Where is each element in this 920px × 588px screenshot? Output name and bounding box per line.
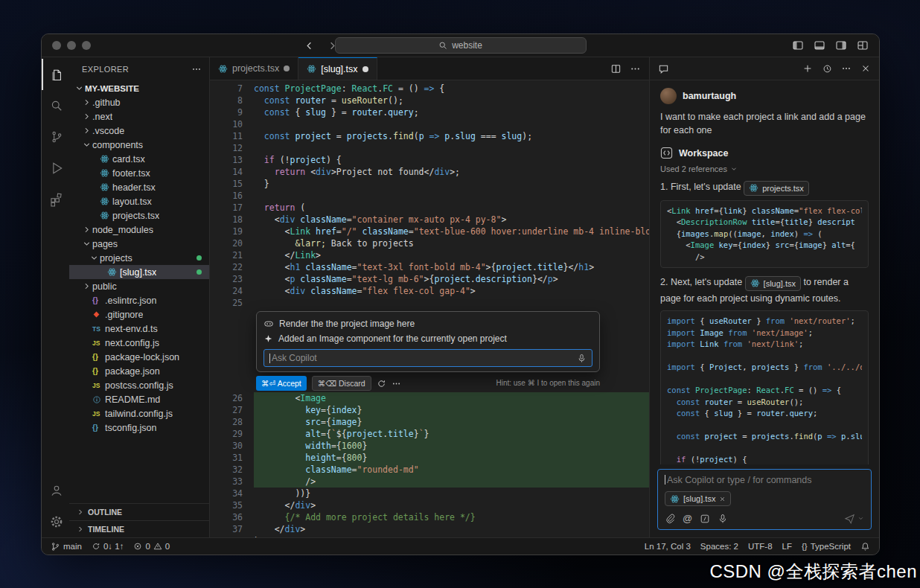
line-number[interactable]: 17 bbox=[210, 202, 254, 214]
timeline-panel-header[interactable]: TIMELINE bbox=[69, 520, 209, 537]
line-number[interactable]: 21 bbox=[210, 249, 254, 261]
line-number[interactable]: 9 bbox=[210, 106, 254, 118]
code-line-33[interactable]: 33 /> bbox=[210, 476, 649, 488]
line-number[interactable]: 30 bbox=[210, 440, 254, 452]
window-close-button[interactable] bbox=[52, 41, 61, 50]
context-chip-slug[interactable]: [slug].tsx bbox=[665, 491, 731, 506]
search-view-icon[interactable] bbox=[42, 90, 69, 121]
tree-item-postcss.config.js[interactable]: JSpostcss.config.js bbox=[69, 378, 209, 392]
chat-history-icon[interactable] bbox=[822, 63, 832, 74]
line-number[interactable]: 35 bbox=[210, 499, 254, 511]
editor-more-icon[interactable] bbox=[630, 63, 641, 74]
code-line-20[interactable]: 20 &larr; Back to projects bbox=[210, 237, 649, 249]
window-zoom-button[interactable] bbox=[82, 41, 91, 50]
line-number[interactable]: 18 bbox=[210, 214, 254, 226]
tree-item-.vscode[interactable]: .vscode bbox=[69, 124, 209, 138]
run-debug-icon[interactable] bbox=[42, 153, 69, 184]
line-number[interactable]: 29 bbox=[210, 428, 254, 440]
line-number[interactable]: 7 bbox=[210, 83, 254, 95]
window-minimize-button[interactable] bbox=[67, 41, 76, 50]
customize-layout-icon[interactable] bbox=[857, 39, 869, 51]
inline-chat-input[interactable]: Ask Copilot bbox=[263, 349, 592, 367]
branch-indicator[interactable]: main bbox=[51, 542, 82, 552]
source-control-icon[interactable] bbox=[42, 121, 69, 153]
tree-item-public[interactable]: public bbox=[69, 279, 209, 293]
line-number[interactable]: 26 bbox=[210, 392, 254, 404]
code-line-25[interactable]: 25 bbox=[210, 297, 649, 309]
tree-item-.gitignore[interactable]: .gitignore bbox=[69, 307, 209, 322]
code-line-37[interactable]: 37 </div> bbox=[210, 523, 649, 535]
code-line-9[interactable]: 9 const { slug } = router.query; bbox=[210, 106, 649, 118]
explorer-more-icon[interactable] bbox=[191, 64, 202, 74]
line-number[interactable]: 22 bbox=[210, 261, 254, 273]
code-line-29[interactable]: 29 alt={`${project.title}`} bbox=[210, 428, 649, 440]
tree-item-components[interactable]: components bbox=[69, 138, 209, 152]
tree-item-MY-WEBSITE[interactable]: MY-WEBSITE bbox=[69, 81, 209, 95]
notifications-bell-icon[interactable] bbox=[860, 542, 870, 552]
explorer-icon[interactable] bbox=[42, 59, 69, 90]
eol[interactable]: LF bbox=[782, 542, 792, 551]
line-number[interactable]: 15 bbox=[210, 178, 254, 190]
tree-item-tailwind.config.js[interactable]: JStailwind.config.js bbox=[69, 406, 209, 421]
chat-input-box[interactable]: Ask Copilot or type / for commands [slug… bbox=[657, 469, 872, 531]
line-number[interactable]: 32 bbox=[210, 464, 254, 476]
inline-more-icon[interactable] bbox=[392, 379, 401, 389]
line-number[interactable]: 8 bbox=[210, 95, 254, 106]
line-number[interactable]: 14 bbox=[210, 166, 254, 178]
tree-item-[slug].tsx[interactable]: [slug].tsx bbox=[69, 265, 209, 279]
attach-context-icon[interactable] bbox=[665, 514, 675, 524]
tree-item-card.tsx[interactable]: card.tsx bbox=[69, 152, 209, 166]
cursor-position[interactable]: Ln 17, Col 3 bbox=[645, 542, 691, 551]
code-line-14[interactable]: 14 return <div>Project not found</div>; bbox=[210, 166, 649, 178]
code-line-31[interactable]: 31 height={800} bbox=[210, 452, 649, 464]
code-line-19[interactable]: 19 <Link href="/" className="text-blue-6… bbox=[210, 226, 649, 237]
remove-context-icon[interactable] bbox=[719, 496, 726, 502]
code-line-35[interactable]: 35 </div> bbox=[210, 499, 649, 511]
tree-item-projects[interactable]: projects bbox=[69, 251, 209, 265]
tree-item-pages[interactable]: pages bbox=[69, 237, 209, 251]
code-line-17[interactable]: 17 return ( bbox=[210, 202, 649, 214]
settings-gear-icon[interactable] bbox=[42, 506, 69, 537]
line-number[interactable]: 12 bbox=[210, 142, 254, 154]
line-number[interactable]: 24 bbox=[210, 285, 254, 297]
line-number[interactable]: 20 bbox=[210, 237, 254, 249]
sync-indicator[interactable]: 0↓ 1↑ bbox=[92, 542, 124, 551]
file-chip-slug[interactable]: [slug].tsx bbox=[745, 276, 801, 291]
tree-item-package-lock.json[interactable]: {}package-lock.json bbox=[69, 350, 209, 364]
microphone-icon[interactable] bbox=[577, 354, 587, 363]
code-line-23[interactable]: 23 <p className="text-lg mb-6">{project.… bbox=[210, 273, 649, 285]
line-number[interactable]: 36 bbox=[210, 511, 254, 523]
new-chat-icon[interactable] bbox=[802, 63, 813, 74]
code-line-34[interactable]: 34 ))} bbox=[210, 488, 649, 499]
tree-item-next.config.js[interactable]: JSnext.config.js bbox=[69, 336, 209, 350]
code-line-26[interactable]: 26 <Image bbox=[210, 392, 649, 404]
code-line-28[interactable]: 28 src={image} bbox=[210, 416, 649, 428]
line-number[interactable]: 25 bbox=[210, 297, 254, 309]
line-number[interactable]: 37 bbox=[210, 523, 254, 535]
line-number[interactable]: 16 bbox=[210, 190, 254, 202]
encoding[interactable]: UTF-8 bbox=[748, 542, 773, 551]
code-line-21[interactable]: 21 </Link> bbox=[210, 249, 649, 261]
code-line-12[interactable]: 12 bbox=[210, 142, 649, 154]
line-number[interactable]: 10 bbox=[210, 118, 254, 130]
line-number[interactable]: 31 bbox=[210, 452, 254, 464]
line-number[interactable]: 23 bbox=[210, 273, 254, 285]
tree-item-.github[interactable]: .github bbox=[69, 95, 209, 109]
account-icon[interactable] bbox=[42, 475, 69, 506]
accept-button[interactable]: ⌘⏎ Accept bbox=[256, 376, 307, 391]
code-editor[interactable]: 7const ProjectPage: React.FC = () => {8 … bbox=[210, 80, 649, 537]
send-icon[interactable] bbox=[844, 513, 855, 524]
code-line-16[interactable]: 16 bbox=[210, 190, 649, 202]
code-line-27[interactable]: 27 key={index} bbox=[210, 404, 649, 416]
code-line-7[interactable]: 7const ProjectPage: React.FC = () => { bbox=[210, 83, 649, 95]
code-line-18[interactable]: 18 <div className="container mx-auto px-… bbox=[210, 214, 649, 226]
split-editor-icon[interactable] bbox=[610, 63, 622, 74]
modified-dot[interactable] bbox=[284, 65, 290, 71]
tab-[slug].tsx[interactable]: [slug].tsx bbox=[298, 57, 377, 80]
toggle-secondary-sidebar-icon[interactable] bbox=[835, 39, 847, 51]
tree-item-layout.tsx[interactable]: layout.tsx bbox=[69, 194, 209, 208]
back-button[interactable] bbox=[304, 40, 315, 51]
code-line-10[interactable]: 10 bbox=[210, 118, 649, 130]
tree-item-projects.tsx[interactable]: projects.tsx bbox=[69, 208, 209, 223]
language-mode[interactable]: {} TypeScript bbox=[802, 542, 851, 551]
